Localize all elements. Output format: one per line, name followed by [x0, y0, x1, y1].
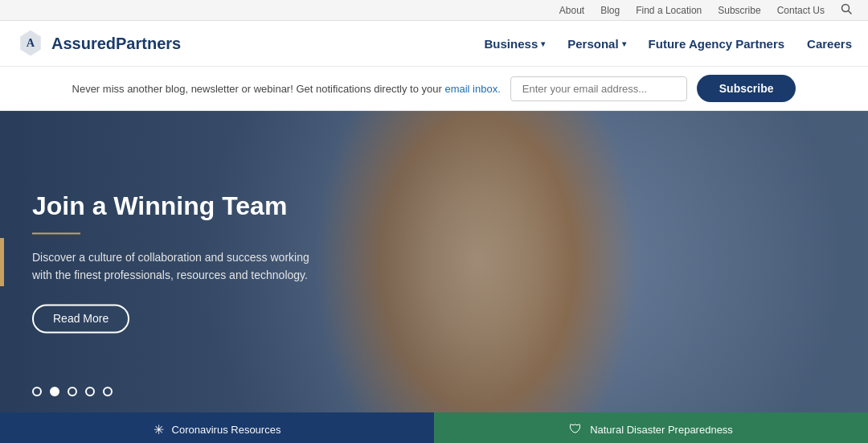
coronavirus-section[interactable]: ✳ Coronavirus Resources	[0, 412, 434, 443]
coronavirus-icon: ✳	[154, 422, 164, 437]
personal-nav-link[interactable]: Personal ▾	[567, 37, 625, 51]
carousel-dot-2[interactable]	[68, 387, 77, 396]
carousel-dot-1[interactable]	[50, 387, 59, 396]
business-nav-link[interactable]: Business ▾	[485, 37, 546, 51]
main-navigation: A AssuredPartners Business ▾ Personal ▾ …	[0, 21, 868, 67]
natural-disaster-section[interactable]: 🛡 Natural Disaster Preparedness	[434, 412, 868, 443]
hero-section: Join a Winning Team Discover a culture o…	[0, 111, 868, 412]
svg-line-1	[849, 11, 852, 14]
logo-text: AssuredPartners	[51, 35, 181, 53]
carousel-dot-3[interactable]	[85, 387, 95, 396]
personal-chevron-icon: ▾	[622, 39, 626, 48]
hero-description: Discover a culture of collaboration and …	[32, 248, 313, 285]
subscribe-button[interactable]: Subscribe	[697, 75, 796, 102]
subscribe-text: Never miss another blog, newsletter or w…	[72, 83, 501, 95]
future-agency-nav-link[interactable]: Future Agency Partners	[649, 37, 785, 51]
email-input[interactable]	[510, 76, 687, 101]
contact-us-link[interactable]: Contact Us	[777, 5, 825, 16]
find-location-link[interactable]: Find a Location	[636, 5, 702, 16]
email-inbox-link[interactable]: email inbox.	[444, 83, 500, 95]
subscribe-bar: Never miss another blog, newsletter or w…	[0, 67, 868, 111]
hero-divider	[32, 232, 80, 234]
nav-links: Business ▾ Personal ▾ Future Agency Part…	[485, 37, 852, 51]
natural-disaster-icon: 🛡	[569, 422, 582, 437]
hero-title: Join a Winning Team	[32, 191, 313, 221]
svg-text:A: A	[27, 36, 35, 49]
logo-area[interactable]: A AssuredPartners	[16, 29, 181, 58]
carousel-dots	[32, 387, 113, 396]
logo-icon: A	[16, 29, 45, 58]
natural-disaster-label: Natural Disaster Preparedness	[590, 424, 733, 436]
hero-content: Join a Winning Team Discover a culture o…	[32, 191, 313, 333]
careers-nav-link[interactable]: Careers	[807, 37, 852, 51]
side-accent-bar	[0, 238, 4, 286]
bottom-bar: ✳ Coronavirus Resources 🛡 Natural Disast…	[0, 412, 868, 443]
business-chevron-icon: ▾	[541, 39, 545, 48]
subscribe-utility-link[interactable]: Subscribe	[718, 5, 760, 16]
carousel-dot-4[interactable]	[103, 387, 113, 396]
utility-bar: About Blog Find a Location Subscribe Con…	[0, 0, 868, 21]
search-icon	[841, 3, 852, 14]
coronavirus-label: Coronavirus Resources	[172, 424, 281, 436]
search-icon-button[interactable]	[841, 3, 852, 17]
carousel-dot-0[interactable]	[32, 387, 42, 396]
about-link[interactable]: About	[559, 5, 584, 16]
read-more-button[interactable]: Read More	[32, 304, 129, 333]
blog-link[interactable]: Blog	[600, 5, 620, 16]
